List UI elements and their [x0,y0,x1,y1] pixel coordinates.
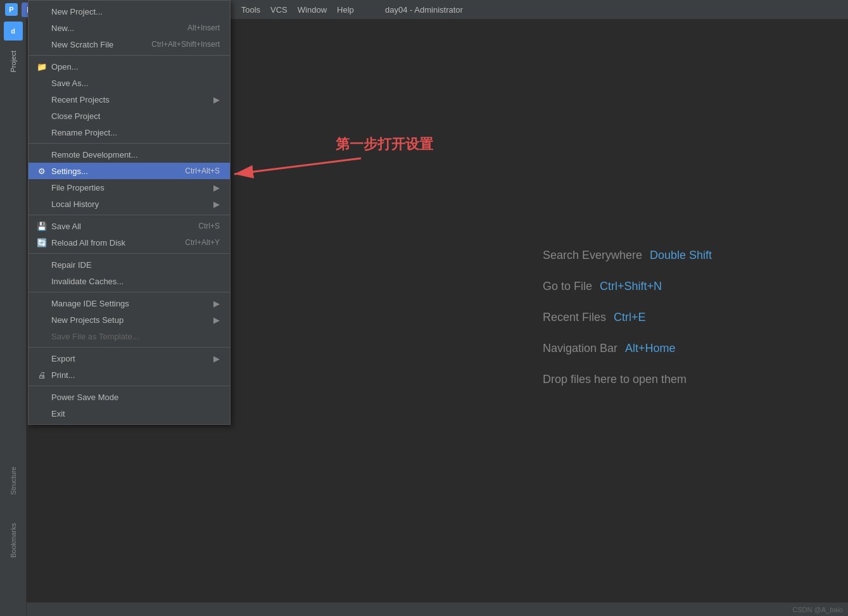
print-icon: 🖨 [36,370,47,380]
menu-entry-print[interactable]: 🖨 Print... [28,367,230,383]
welcome-navbar: Navigation Bar Alt+Home [543,342,712,355]
submenu-arrow: ▶ [213,299,220,308]
app-logo: P [5,3,18,16]
menu-entry-save-file-template: Save File as Template... [28,328,230,344]
menu-entry-manage-ide-settings[interactable]: Manage IDE Settings ▶ [28,295,230,311]
separator-1 [28,55,230,56]
menu-entry-new-projects-setup[interactable]: New Projects Setup ▶ [28,311,230,328]
submenu-arrow: ▶ [213,199,220,209]
file-dropdown-menu: New Project... New... Alt+Insert New Scr… [28,0,231,425]
sidebar-tab-project[interactable]: Project [7,43,20,80]
menu-entry-local-history[interactable]: Local History ▶ [28,196,230,212]
menu-entry-open[interactable]: 📁 Open... [28,58,230,75]
reload-icon: 🔄 [36,238,47,248]
submenu-arrow: ▶ [213,315,220,325]
welcome-recent: Recent Files Ctrl+E [543,311,712,324]
menu-entry-remote-development[interactable]: Remote Development... [28,146,230,163]
menu-entry-save-all[interactable]: 💾 Save All Ctrl+S [28,218,230,234]
submenu-arrow: ▶ [213,183,220,192]
status-bar: CSDN @A_baio [0,602,848,616]
separator-4 [28,253,230,254]
project-icon: d [4,22,23,41]
separator-6 [28,347,230,348]
menu-tools[interactable]: Tools [236,3,265,17]
menu-entry-new-project[interactable]: New Project... [28,3,230,20]
submenu-arrow: ▶ [213,95,220,104]
separator-7 [28,386,230,386]
menu-entry-export[interactable]: Export ▶ [28,350,230,367]
separator-3 [28,215,230,215]
welcome-goto: Go to File Ctrl+Shift+N [543,280,712,293]
menu-entry-rename-project[interactable]: Rename Project... [28,124,230,141]
menu-entry-exit[interactable]: Exit [28,405,230,422]
menu-help[interactable]: Help [332,3,359,17]
submenu-arrow: ▶ [213,354,220,363]
menu-window[interactable]: Window [293,3,332,17]
sidebar-tab-bookmarks[interactable]: Bookmarks [7,515,20,565]
menu-entry-new-scratch-file[interactable]: New Scratch File Ctrl+Alt+Shift+Insert [28,36,230,53]
menu-entry-reload-all[interactable]: 🔄 Reload All from Disk Ctrl+Alt+Y [28,234,230,251]
menu-entry-repair-ide[interactable]: Repair IDE [28,256,230,273]
welcome-drop: Drop files here to open them [543,373,712,386]
separator-2 [28,143,230,144]
menu-entry-recent-projects[interactable]: Recent Projects ▶ [28,91,230,108]
status-credit: CSDN @A_baio [792,606,843,613]
menu-entry-settings[interactable]: ⚙ Settings... Ctrl+Alt+S [28,163,230,179]
gear-icon: ⚙ [36,167,47,176]
menu-entry-file-properties[interactable]: File Properties ▶ [28,179,230,196]
menu-entry-save-as[interactable]: Save As... [28,75,230,91]
menu-entry-new[interactable]: New... Alt+Insert [28,20,230,36]
menu-entry-close-project[interactable]: Close Project [28,108,230,124]
folder-icon: 📁 [36,62,47,72]
left-sidebar: d Project Structure Bookmarks [0,19,27,616]
save-icon: 💾 [36,222,47,231]
sidebar-tab-structure[interactable]: Structure [7,459,20,503]
menu-entry-invalidate-caches[interactable]: Invalidate Caches... [28,273,230,289]
menu-entry-power-save-mode[interactable]: Power Save Mode [28,389,230,405]
menu-vcs[interactable]: VCS [265,3,293,17]
separator-5 [28,292,230,292]
window-title: day04 - Administrator [385,5,463,15]
welcome-search: Search Everywhere Double Shift [543,249,712,262]
welcome-section: Search Everywhere Double Shift Go to Fil… [543,249,712,386]
